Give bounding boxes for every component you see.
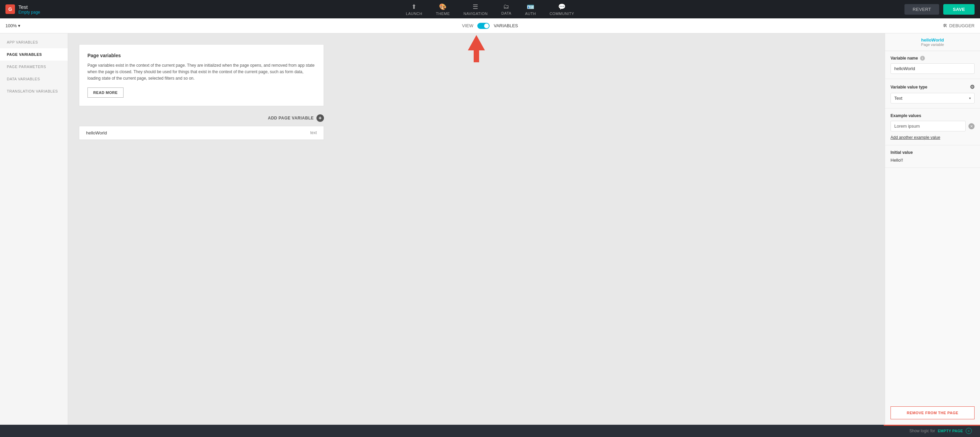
nav-auth-label: AUTH: [525, 11, 536, 16]
show-logic-prefix: Show logic for: [910, 429, 935, 433]
arrow-up-svg: [466, 33, 487, 64]
sidebar-page-parameters-label: PAGE PARAMETERS: [7, 65, 46, 69]
svg-marker-0: [468, 35, 485, 62]
zoom-dropdown-icon: ▾: [18, 23, 21, 28]
debugger-button[interactable]: 🛠 DEBUGGER: [943, 23, 975, 28]
data-icon: 🗂: [503, 3, 510, 10]
example-value-item: ×: [891, 121, 975, 131]
variables-label: VARIABLES: [494, 23, 518, 28]
show-logic-info-icon[interactable]: +: [966, 428, 972, 434]
nav-theme[interactable]: 🎨 THEME: [436, 3, 450, 16]
right-panel-subtitle: Page variable: [889, 43, 976, 46]
read-more-button[interactable]: READ MORE: [88, 88, 124, 98]
right-panel-title: helloWorld: [889, 37, 976, 43]
app-subtitle: Empty page: [18, 10, 40, 14]
view-label: VIEW: [462, 23, 473, 28]
show-logic-page-link[interactable]: EMPTY PAGE: [938, 429, 963, 433]
zoom-value: 100%: [5, 23, 17, 28]
sidebar-item-translation-variables[interactable]: TRANSLATION VARIABLES: [0, 85, 68, 97]
right-panel: helloWorld Page variable Variable name i…: [885, 33, 980, 425]
variable-type-select-row: Text ▾: [891, 93, 975, 104]
view-variables-toggle: VIEW VARIABLES: [462, 23, 518, 29]
section-title: Page variables: [88, 53, 315, 58]
remove-from-page-button[interactable]: REMOVE FROM THE PAGE: [891, 407, 975, 419]
view-toggle-track[interactable]: [477, 23, 490, 29]
nav-data-label: DATA: [501, 11, 511, 15]
main-layout: APP VARIABLES PAGE VARIABLES PAGE PARAME…: [0, 33, 980, 425]
theme-icon: 🎨: [439, 3, 447, 11]
gear-icon[interactable]: ⚙: [970, 84, 975, 90]
navigation-icon: ☰: [473, 3, 479, 11]
toolbar: 100% ▾ VIEW VARIABLES 🛠 DEBUGGER: [0, 18, 980, 33]
variable-type: text: [310, 130, 317, 135]
right-panel-header: helloWorld Page variable: [885, 33, 980, 51]
sidebar-item-page-parameters[interactable]: PAGE PARAMETERS: [0, 61, 68, 73]
variable-name-section: Variable name i: [885, 51, 980, 79]
community-icon: 💬: [558, 3, 566, 11]
sidebar: APP VARIABLES PAGE VARIABLES PAGE PARAME…: [0, 33, 68, 425]
initial-value-section: Initial value Hello!!: [885, 145, 980, 168]
top-navigation: G Test Empty page ⬆ LAUNCH 🎨 THEME ☰ NAV…: [0, 0, 980, 18]
nav-theme-label: THEME: [436, 11, 450, 16]
dropdown-arrow-icon: ▾: [969, 96, 971, 100]
zoom-control[interactable]: 100% ▾: [5, 23, 21, 28]
add-example-link[interactable]: Add another example value: [891, 134, 975, 140]
nav-center-items: ⬆ LAUNCH 🎨 THEME ☰ NAVIGATION 🗂 DATA 🪪 A…: [406, 3, 574, 16]
nav-data[interactable]: 🗂 DATA: [501, 3, 511, 15]
app-logo[interactable]: G Test Empty page: [5, 4, 40, 14]
initial-value: Hello!!: [891, 158, 975, 163]
revert-button[interactable]: REVERT: [904, 4, 939, 14]
nav-navigation-label: NAVIGATION: [463, 11, 488, 16]
remove-example-button[interactable]: ×: [969, 123, 975, 129]
logo-icon: G: [5, 5, 15, 14]
nav-community[interactable]: 💬 COMMUNITY: [550, 3, 574, 16]
example-values-label: Example values: [891, 113, 975, 118]
sidebar-app-variables-label: APP VARIABLES: [7, 40, 38, 44]
sidebar-item-app-variables[interactable]: APP VARIABLES: [0, 36, 68, 48]
add-variable-icon[interactable]: +: [317, 114, 324, 122]
app-name: Test: [18, 4, 40, 10]
launch-icon: ⬆: [411, 3, 417, 11]
variable-name-label: Variable name i: [891, 56, 975, 61]
save-button[interactable]: SAVE: [943, 4, 975, 14]
sidebar-item-data-variables[interactable]: DATA VARIABLES: [0, 73, 68, 85]
section-description: Page variables exist in the context of t…: [88, 62, 315, 82]
debugger-label: DEBUGGER: [950, 23, 975, 28]
initial-value-label: Initial value: [891, 150, 975, 155]
auth-icon: 🪪: [527, 3, 535, 11]
variable-type-value: Text: [894, 96, 967, 101]
sidebar-item-page-variables[interactable]: PAGE VARIABLES: [0, 48, 68, 61]
app-info: Test Empty page: [18, 4, 40, 14]
example-value-input[interactable]: [891, 121, 966, 131]
bottom-bar: Show logic for EMPTY PAGE +: [0, 425, 980, 437]
add-variable-label: ADD PAGE VARIABLE: [268, 116, 314, 121]
info-box: Page variables Page variables exist in t…: [79, 44, 324, 106]
nav-launch-label: LAUNCH: [406, 11, 422, 16]
nav-auth[interactable]: 🪪 AUTH: [525, 3, 536, 16]
nav-community-label: COMMUNITY: [550, 11, 574, 16]
sidebar-translation-variables-label: TRANSLATION VARIABLES: [7, 89, 58, 93]
variable-name-input[interactable]: [891, 63, 975, 74]
content-area: Page variables Page variables exist in t…: [68, 33, 885, 425]
nav-launch[interactable]: ⬆ LAUNCH: [406, 3, 422, 16]
nav-navigation[interactable]: ☰ NAVIGATION: [463, 3, 488, 16]
variable-value-type-label-row: Variable value type ⚙: [891, 84, 975, 90]
sidebar-data-variables-label: DATA VARIABLES: [7, 77, 40, 81]
arrow-indicator: [466, 33, 487, 65]
toggle-dot: [484, 24, 489, 28]
variable-row[interactable]: helloWorld text: [79, 126, 324, 140]
example-values-section: Example values × Add another example val…: [885, 108, 980, 145]
add-variable-row: ADD PAGE VARIABLE +: [79, 114, 324, 122]
variable-value-type-section: Variable value type ⚙ Text ▾: [885, 79, 980, 108]
variable-name: helloWorld: [86, 130, 107, 136]
debugger-icon: 🛠: [943, 23, 947, 28]
sidebar-page-variables-label: PAGE VARIABLES: [7, 53, 42, 56]
nav-actions: REVERT SAVE: [904, 4, 975, 14]
info-icon: i: [920, 56, 925, 61]
